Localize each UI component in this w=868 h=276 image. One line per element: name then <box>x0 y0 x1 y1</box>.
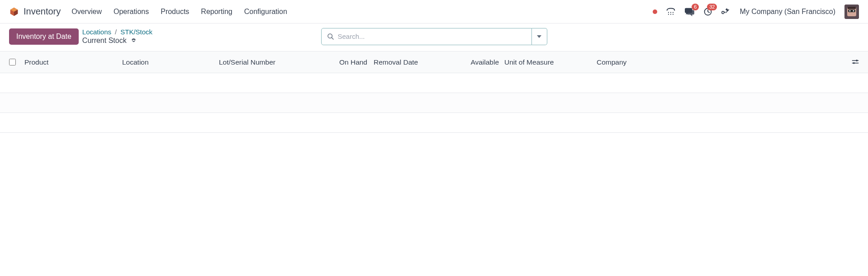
brand[interactable]: Inventory <box>9 6 61 17</box>
breadcrumb-locations[interactable]: Locations <box>82 28 111 36</box>
messages-icon[interactable]: 6 <box>684 7 694 16</box>
column-available[interactable]: Available <box>461 58 499 66</box>
sliders-icon <box>852 59 859 65</box>
column-on-hand[interactable]: On Hand <box>331 58 367 66</box>
breadcrumb-area: Locations / STK/Stock Current Stock <box>82 28 152 45</box>
nav-overview[interactable]: Overview <box>71 8 102 16</box>
table-body <box>0 73 868 133</box>
select-all-checkbox[interactable] <box>9 59 16 65</box>
search-options-toggle[interactable] <box>532 28 547 45</box>
svg-point-7 <box>670 14 671 14</box>
subheader: Inventory at Date Locations / STK/Stock … <box>0 23 868 51</box>
search-wrap <box>321 28 547 45</box>
column-uom[interactable]: Unit of Measure <box>499 58 597 66</box>
svg-rect-12 <box>848 9 855 12</box>
nav-reporting[interactable]: Reporting <box>201 8 232 16</box>
select-all-checkbox-wrap <box>9 59 24 65</box>
messages-badge: 6 <box>692 4 699 10</box>
svg-point-6 <box>668 14 669 14</box>
search-icon <box>327 33 334 40</box>
nav-operations[interactable]: Operations <box>114 8 149 16</box>
company-selector[interactable]: My Company (San Francisco) <box>740 8 835 16</box>
table-row <box>0 93 868 113</box>
app-logo-icon <box>9 7 19 17</box>
page-title-line: Current Stock <box>82 37 152 45</box>
breadcrumb-separator: / <box>115 28 117 36</box>
nav-configuration[interactable]: Configuration <box>244 8 287 16</box>
svg-point-21 <box>853 62 855 64</box>
chevron-down-icon <box>537 35 541 38</box>
breadcrumb-stk-stock[interactable]: STK/Stock <box>120 28 152 36</box>
svg-point-13 <box>849 10 851 11</box>
topbar: Inventory Overview Operations Products R… <box>0 0 868 23</box>
table-header: Product Location Lot/Serial Number On Ha… <box>0 51 868 73</box>
activities-icon[interactable]: 32 <box>703 7 712 16</box>
tools-icon[interactable] <box>721 7 730 16</box>
column-location[interactable]: Location <box>122 58 219 66</box>
svg-point-14 <box>853 10 854 11</box>
status-dot-icon[interactable] <box>653 9 657 14</box>
table-row <box>0 113 868 133</box>
breadcrumb: Locations / STK/Stock <box>82 28 152 36</box>
search-box[interactable] <box>321 28 532 45</box>
svg-point-4 <box>670 12 671 13</box>
svg-point-5 <box>673 12 674 13</box>
svg-rect-15 <box>848 7 856 9</box>
nav-products[interactable]: Products <box>161 8 189 16</box>
user-avatar[interactable] <box>844 5 859 19</box>
column-product[interactable]: Product <box>24 58 122 66</box>
app-title: Inventory <box>24 6 61 17</box>
column-company[interactable]: Company <box>597 58 669 66</box>
column-removal-date[interactable]: Removal Date <box>367 58 461 66</box>
svg-line-17 <box>332 37 333 39</box>
svg-point-3 <box>668 12 669 13</box>
search-input[interactable] <box>334 33 526 40</box>
column-lot[interactable]: Lot/Serial Number <box>219 58 331 66</box>
gear-icon[interactable] <box>130 37 137 44</box>
table-row <box>0 73 868 93</box>
svg-point-19 <box>856 60 858 61</box>
svg-point-8 <box>673 14 674 14</box>
inventory-at-date-button[interactable]: Inventory at Date <box>9 28 79 45</box>
activities-badge: 32 <box>707 4 717 10</box>
optional-columns-toggle[interactable] <box>852 59 859 65</box>
voip-icon[interactable] <box>666 8 675 16</box>
page-title: Current Stock <box>82 37 127 45</box>
topbar-right: 6 32 My Company (San Francisco) <box>653 5 859 19</box>
main-nav: Overview Operations Products Reporting C… <box>71 8 287 16</box>
